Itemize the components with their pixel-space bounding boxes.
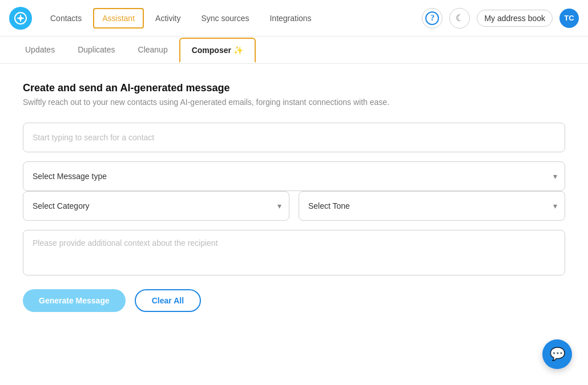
help-icon: ? xyxy=(425,11,439,25)
tab-cleanup[interactable]: Cleanup xyxy=(127,38,179,62)
top-nav: Contacts Assistant Activity Sync sources… xyxy=(0,0,588,37)
tone-select-wrapper: Select Tone ▾ xyxy=(299,191,565,221)
action-buttons: Generate Message Clear All xyxy=(23,289,565,312)
main-content: Create and send an AI-generated message … xyxy=(0,64,588,330)
tab-composer[interactable]: Composer ✨ xyxy=(179,38,256,63)
nav-links: Contacts Assistant Activity Sync sources… xyxy=(41,8,417,29)
sub-nav: Updates Duplicates Cleanup Composer ✨ xyxy=(0,37,588,64)
message-type-select-wrapper: Select Message type ▾ xyxy=(23,161,565,191)
message-type-wrapper: Select Message type ▾ xyxy=(23,161,565,191)
avatar[interactable]: TC xyxy=(559,9,579,28)
message-type-select[interactable]: Select Message type xyxy=(23,161,565,191)
tone-select[interactable]: Select Tone xyxy=(299,191,565,221)
dark-mode-icon: ☾ xyxy=(456,13,464,23)
address-book-label: My address book xyxy=(484,14,545,23)
nav-sync-sources[interactable]: Sync sources xyxy=(192,8,258,29)
help-button[interactable]: ? xyxy=(422,8,442,29)
nav-integrations[interactable]: Integrations xyxy=(260,8,320,29)
context-textarea[interactable] xyxy=(23,230,565,275)
page-title: Create and send an AI-generated message xyxy=(23,82,565,94)
address-book-button[interactable]: My address book xyxy=(477,10,553,27)
dark-mode-button[interactable]: ☾ xyxy=(449,8,470,29)
clear-all-button[interactable]: Clear All xyxy=(135,289,201,312)
category-select[interactable]: Select Category xyxy=(23,191,289,221)
category-tone-row: Select Category ▾ Select Tone ▾ xyxy=(23,191,565,221)
chat-fab-button[interactable]: 💬 xyxy=(542,339,572,369)
contact-search-input[interactable] xyxy=(23,123,565,152)
tab-duplicates[interactable]: Duplicates xyxy=(66,38,126,62)
svg-point-1 xyxy=(19,17,22,20)
page-subtitle: Swiftly reach out to your new contacts u… xyxy=(23,98,565,107)
generate-message-button[interactable]: Generate Message xyxy=(23,289,126,312)
tab-updates[interactable]: Updates xyxy=(14,38,66,62)
chat-icon: 💬 xyxy=(550,347,565,362)
nav-right: ? ☾ My address book TC xyxy=(422,8,579,29)
nav-assistant[interactable]: Assistant xyxy=(93,8,144,29)
nav-contacts[interactable]: Contacts xyxy=(41,8,91,29)
app-logo[interactable] xyxy=(9,7,32,30)
nav-activity[interactable]: Activity xyxy=(146,8,190,29)
category-select-wrapper: Select Category ▾ xyxy=(23,191,289,221)
